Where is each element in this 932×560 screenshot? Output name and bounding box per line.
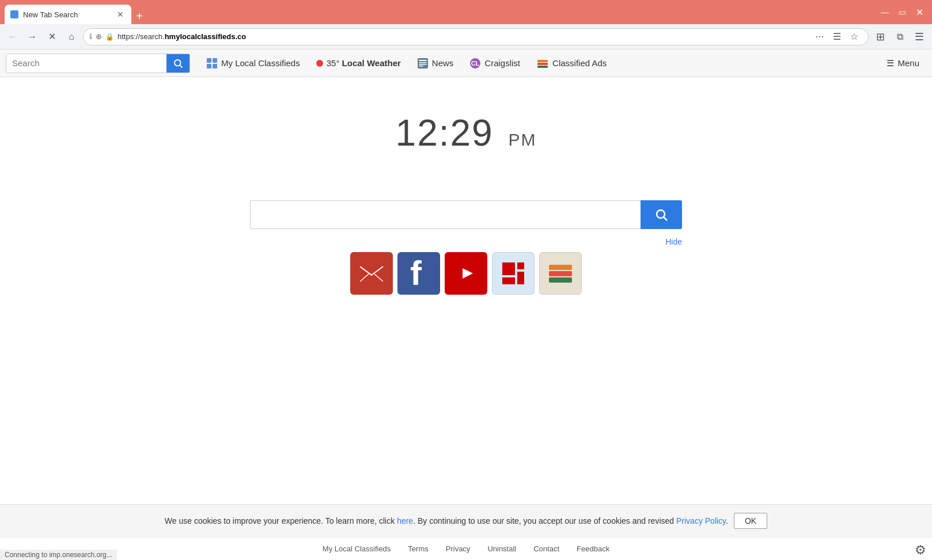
pocket-button[interactable]: ☰: [829, 29, 845, 45]
weather-dot-icon: [316, 60, 323, 67]
page-content: 12:29 PM Hide f: [0, 77, 932, 534]
svg-rect-18: [360, 265, 383, 281]
cookie-privacy-link[interactable]: Privacy Policy: [676, 516, 726, 525]
toolbar-search-bar[interactable]: [6, 54, 190, 73]
main-search-input[interactable]: [250, 200, 641, 229]
shortcut-youtube[interactable]: [445, 252, 487, 295]
address-bar[interactable]: ℹ ⊕ 🔒 https://search.hmylocalclassifieds…: [83, 28, 869, 45]
nav-local-weather[interactable]: 35° Local Weather: [308, 49, 409, 77]
url-display[interactable]: https://search.hmylocalclassifieds.co: [118, 32, 808, 41]
svg-rect-10: [419, 66, 423, 67]
reload-button[interactable]: ✕: [44, 29, 60, 45]
nav-classified-ads-label: Classified Ads: [552, 58, 607, 68]
svg-rect-31: [549, 271, 572, 276]
window-controls: — ▭ ✕: [877, 4, 927, 20]
minimize-button[interactable]: —: [877, 4, 893, 20]
toolbar-search-button[interactable]: [166, 54, 190, 73]
svg-line-1: [180, 65, 182, 67]
svg-rect-2: [207, 58, 211, 63]
cookie-here-link[interactable]: here: [397, 516, 413, 525]
svg-point-16: [657, 210, 665, 218]
svg-text:CL: CL: [471, 60, 480, 67]
nav-local-weather-label: 35° Local Weather: [327, 58, 401, 68]
nav-actions: ··· ☰ ☆: [812, 29, 862, 45]
svg-rect-28: [517, 272, 524, 284]
clock-ampm: PM: [508, 130, 536, 149]
cookie-ok-button[interactable]: OK: [734, 513, 767, 529]
shortcut-classifieds[interactable]: [539, 252, 582, 295]
nav-craigslist-label: Craigslist: [484, 58, 520, 68]
permission-icon: ⊕: [96, 32, 102, 41]
svg-rect-5: [213, 64, 217, 68]
svg-rect-13: [537, 60, 548, 62]
grid-icon: [206, 58, 218, 69]
cookie-banner: We use cookies to improve your experienc…: [0, 504, 932, 534]
library-button[interactable]: ⊞: [872, 29, 888, 45]
svg-rect-3: [213, 58, 217, 63]
maximize-button[interactable]: ▭: [894, 4, 910, 20]
toolbar-nav: My Local Classifieds 35° Local Weather N…: [192, 49, 877, 77]
tab-title: New Tab Search: [23, 10, 111, 19]
nav-news-label: News: [432, 58, 454, 68]
shortcuts-row: f: [350, 252, 582, 295]
browser-navbar: ← → ✕ ⌂ ℹ ⊕ 🔒 https://search.hmylocalcla…: [0, 24, 932, 49]
close-button[interactable]: ✕: [911, 4, 927, 20]
layers-icon: [536, 57, 549, 70]
menu-icon: ☰: [886, 58, 894, 68]
menu-label: Menu: [897, 58, 919, 68]
svg-rect-25: [502, 262, 515, 275]
menu-button[interactable]: ☰ Menu: [880, 49, 926, 77]
toolbar-search-input[interactable]: [6, 54, 166, 73]
more-button[interactable]: ···: [812, 29, 828, 45]
shortcut-flipboard[interactable]: [492, 252, 535, 295]
bookmark-button[interactable]: ☆: [846, 29, 862, 45]
svg-rect-7: [419, 60, 427, 61]
classifieds-shortcut-icon: [546, 259, 575, 288]
svg-rect-6: [418, 58, 428, 68]
svg-rect-30: [549, 265, 572, 270]
shortcut-facebook[interactable]: f: [397, 252, 440, 295]
secure-icon: 🔒: [105, 33, 114, 41]
page-toolbar: My Local Classifieds 35° Local Weather N…: [0, 49, 932, 77]
firefox-menu-button[interactable]: ☰: [911, 29, 927, 45]
nav-my-local-classifieds[interactable]: My Local Classifieds: [198, 49, 308, 77]
nav-news[interactable]: News: [409, 49, 462, 77]
svg-rect-27: [517, 262, 524, 269]
craigslist-icon: CL: [469, 58, 481, 69]
home-button[interactable]: ⌂: [63, 29, 79, 45]
forward-button[interactable]: →: [24, 29, 40, 45]
nav-classified-ads[interactable]: Classified Ads: [528, 49, 615, 77]
nav-craigslist[interactable]: CL Craigslist: [461, 49, 528, 77]
tab-container: New Tab Search ✕ +: [5, 0, 147, 24]
main-search-button[interactable]: [641, 200, 682, 229]
main-search-container: [250, 200, 682, 229]
info-icon: ℹ: [89, 32, 92, 41]
svg-rect-32: [549, 277, 572, 283]
active-tab[interactable]: New Tab Search ✕: [5, 5, 131, 24]
svg-rect-26: [502, 277, 515, 284]
browser-titlebar: New Tab Search ✕ + — ▭ ✕: [0, 0, 932, 24]
svg-line-17: [664, 218, 668, 221]
youtube-icon: [449, 261, 483, 285]
svg-rect-4: [207, 64, 211, 68]
clock-time: 12:29: [396, 112, 494, 154]
clock-display: 12:29 PM: [396, 112, 537, 154]
flipboard-icon: [499, 259, 528, 288]
svg-rect-15: [537, 66, 548, 68]
new-tab-button[interactable]: +: [131, 8, 147, 24]
svg-rect-14: [537, 63, 548, 65]
mail-icon: [359, 265, 384, 282]
tab-close-button[interactable]: ✕: [115, 9, 126, 20]
news-icon: [417, 58, 429, 69]
synced-tabs-button[interactable]: ⧉: [892, 29, 908, 45]
cookie-text: We use cookies to improve your experienc…: [165, 516, 728, 525]
hide-link[interactable]: Hide: [665, 237, 682, 246]
main-search-icon: [654, 208, 668, 222]
nav-my-local-classifieds-label: My Local Classifieds: [221, 58, 300, 68]
shortcut-mail[interactable]: [350, 252, 393, 295]
svg-rect-9: [419, 64, 427, 65]
facebook-icon: f: [409, 256, 429, 291]
svg-rect-8: [419, 62, 427, 63]
back-button[interactable]: ←: [5, 29, 21, 45]
svg-text:f: f: [410, 256, 422, 291]
